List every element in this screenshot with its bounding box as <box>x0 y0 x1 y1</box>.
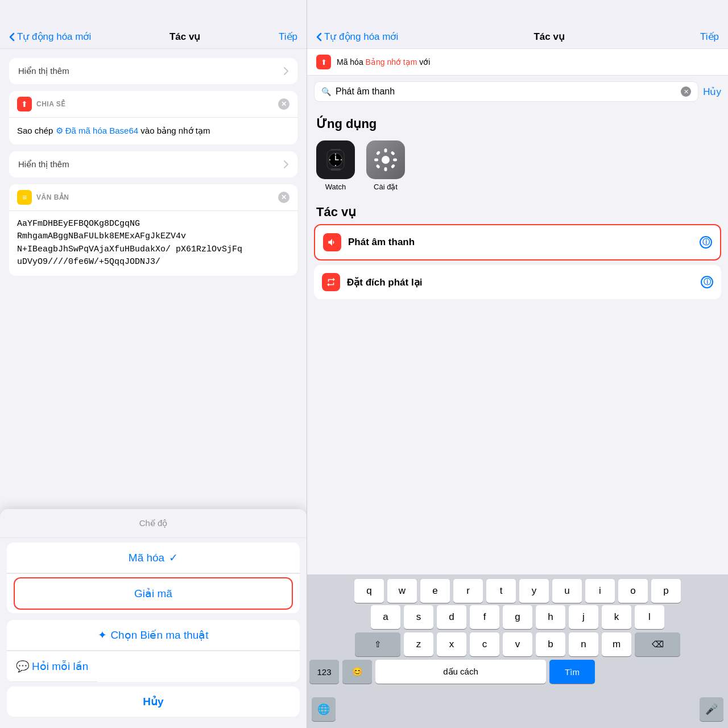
kb-key-b[interactable]: b <box>536 632 565 656</box>
show-more-1-label: Hiển thị thêm <box>18 66 69 76</box>
kb-key-i[interactable]: i <box>585 579 615 603</box>
svg-rect-15 <box>393 159 397 162</box>
decode-label: Giải mã <box>134 588 172 599</box>
kb-key-e[interactable]: e <box>420 579 450 603</box>
kb-key-d[interactable]: d <box>437 605 466 629</box>
watch-app-name: Watch <box>325 183 346 191</box>
kb-key-g[interactable]: g <box>503 605 532 629</box>
kb-emoji-key[interactable]: 😊 <box>342 660 372 684</box>
sheet-option-decode[interactable]: Giải mã <box>14 577 293 610</box>
kb-key-m[interactable]: m <box>602 632 631 656</box>
share-card-body: Sao chép ⚙ Đã mã hóa Base64 vào bảng nhớ… <box>9 118 297 144</box>
info-icon-1[interactable]: ⓘ <box>700 236 712 249</box>
kb-key-k[interactable]: k <box>602 605 631 629</box>
kb-key-h[interactable]: h <box>536 605 565 629</box>
kb-key-x[interactable]: x <box>437 632 466 656</box>
kb-key-q[interactable]: q <box>354 579 384 603</box>
svg-rect-16 <box>376 151 380 155</box>
kb-key-c[interactable]: c <box>470 632 499 656</box>
sheet-option-ask[interactable]: 💬 Hỏi mỗi lần <box>7 651 97 682</box>
action-1-name: Phát âm thanh <box>348 237 415 248</box>
kb-key-w[interactable]: w <box>387 579 417 603</box>
kb-key-a[interactable]: a <box>371 605 400 629</box>
sheet-title: Chế độ <box>0 509 307 538</box>
magic-label: Chọn Biến ma thuật <box>110 628 208 642</box>
kb-key-y[interactable]: y <box>519 579 549 603</box>
svg-rect-13 <box>384 167 387 171</box>
info-icon-2[interactable]: ⓘ <box>701 276 713 288</box>
kb-shift-key[interactable]: ⇧ <box>355 632 400 656</box>
actions-section-header: Tác vụ <box>307 200 728 224</box>
kb-key-p[interactable]: p <box>651 579 681 603</box>
text-card-header: ≡ VĂN BẢN ✕ <box>9 184 297 211</box>
right-nav-bar: Tự động hóa mới Tác vụ Tiếp <box>307 0 728 49</box>
app-item-settings[interactable]: Cài đặt <box>366 140 405 191</box>
kb-key-n[interactable]: n <box>569 632 598 656</box>
right-back-label: Tự động hóa mới <box>324 31 398 43</box>
kb-key-o[interactable]: o <box>618 579 648 603</box>
checkmark-icon: ✓ <box>169 551 178 564</box>
sheet-cancel-button[interactable]: Hủy <box>7 686 300 717</box>
kb-row-2: a s d f g h j k l <box>307 605 728 632</box>
kb-key-f[interactable]: f <box>470 605 499 629</box>
share-close-button[interactable]: ✕ <box>278 98 289 110</box>
repeat-svg <box>326 277 336 287</box>
action-item-dat-dich-phat-lai[interactable]: Đặt đích phát lại ⓘ <box>314 265 721 299</box>
bottom-sheet: Chế độ Mã hóa ✓ Giải mã ✦ Chọn Biến ma t… <box>0 509 307 728</box>
show-more-row-2[interactable]: Hiển thị thêm <box>9 151 297 177</box>
left-back-button[interactable]: Tự động hóa mới <box>9 31 91 43</box>
kb-key-s[interactable]: s <box>404 605 433 629</box>
left-nav-title: Tác vụ <box>169 31 200 43</box>
watch-app-icon <box>316 140 355 179</box>
left-nav-action[interactable]: Tiếp <box>279 31 297 43</box>
search-bar[interactable]: 🔍 Phát âm thanh ✕ <box>314 81 698 102</box>
settings-app-name: Cài đặt <box>374 183 398 191</box>
sheet-option-magic[interactable]: ✦ Chọn Biến ma thuật <box>7 620 300 651</box>
kb-space-key[interactable]: dấu cách <box>375 660 546 684</box>
kb-key-t[interactable]: t <box>486 579 516 603</box>
kb-123-key[interactable]: 123 <box>309 660 339 684</box>
svg-point-6 <box>335 165 336 166</box>
kb-key-z[interactable]: z <box>404 632 433 656</box>
search-cancel-button[interactable]: Hủy <box>703 86 721 98</box>
share-suffix: vào bảng nhớ tạm <box>140 126 210 135</box>
keyboard: q w e r t y u i o p a s d f g h j k l ⇧ … <box>307 574 728 728</box>
kb-key-l[interactable]: l <box>635 605 664 629</box>
share-prefix: Sao chép <box>17 126 53 135</box>
kb-key-j[interactable]: j <box>569 605 598 629</box>
action-item-phat-am-thanh[interactable]: Phát âm thanh ⓘ <box>314 224 721 260</box>
text-close-button[interactable]: ✕ <box>278 192 289 203</box>
svg-rect-12 <box>384 148 387 152</box>
kb-key-u[interactable]: u <box>552 579 582 603</box>
share-icon: ⬆ <box>21 100 28 109</box>
clipboard-middle: Bảng nhớ tạm <box>366 57 417 67</box>
svg-rect-19 <box>391 164 395 168</box>
kb-key-r[interactable]: r <box>453 579 483 603</box>
kb-row-3: ⇧ z x c v b n m ⌫ <box>307 632 728 660</box>
clipboard-text: Mã hóa Bảng nhớ tạm với <box>337 57 430 67</box>
right-nav-title: Tác vụ <box>533 31 564 43</box>
speaker-icon <box>323 233 341 251</box>
ask-label: Hỏi mỗi lần <box>32 660 88 673</box>
kb-search-key[interactable]: Tìm <box>549 660 595 684</box>
settings-app-icon <box>366 140 405 179</box>
clipboard-badge: ⬆ <box>316 55 331 69</box>
app-item-watch[interactable]: Watch <box>316 140 355 191</box>
chat-icon: 💬 <box>16 660 30 673</box>
chevron-right-icon <box>284 67 288 75</box>
svg-point-4 <box>335 154 336 155</box>
sheet-option-encode[interactable]: Mã hóa ✓ <box>7 543 300 573</box>
share-body-text: Sao chép ⚙ Đã mã hóa Base64 vào bảng nhớ… <box>17 125 289 138</box>
search-input-text[interactable]: Phát âm thanh <box>336 86 676 97</box>
share-highlight: ⚙ Đã mã hóa Base64 <box>56 126 139 135</box>
kb-mic-key[interactable]: 🎤 <box>700 697 723 721</box>
right-nav-action[interactable]: Tiếp <box>700 31 719 43</box>
text-section-label: VĂN BẢN <box>36 193 69 201</box>
kb-globe-key[interactable]: 🌐 <box>312 697 336 721</box>
kb-key-v[interactable]: v <box>503 632 532 656</box>
show-more-row-1[interactable]: Hiển thị thêm <box>9 58 297 84</box>
search-clear-button[interactable]: ✕ <box>681 86 691 97</box>
kb-backspace-key[interactable]: ⌫ <box>635 632 680 656</box>
right-back-button[interactable]: Tự động hóa mới <box>316 31 398 43</box>
left-content: Hiển thị thêm ⬆ CHIA SẺ ✕ Sao chép <box>0 49 307 292</box>
